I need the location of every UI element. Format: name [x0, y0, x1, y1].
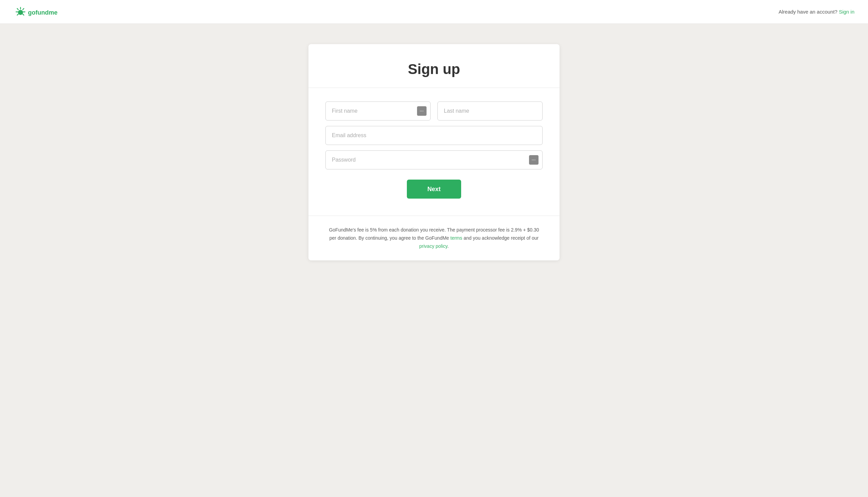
period: . — [448, 243, 449, 249]
sign-in-link[interactable]: Sign in — [839, 9, 854, 15]
svg-line-4 — [23, 14, 24, 15]
email-group — [326, 126, 542, 145]
card-body: Next — [308, 88, 560, 216]
password-group — [326, 151, 542, 169]
first-name-icon — [417, 106, 426, 116]
svg-line-7 — [17, 14, 18, 15]
logo-container: gofundme — [14, 4, 69, 19]
existing-account-text: Already have an account? — [779, 9, 837, 15]
svg-text:gofundme: gofundme — [28, 9, 58, 16]
name-row — [326, 101, 542, 120]
footer-text: GoFundMe's fee is 5% from each donation … — [326, 226, 542, 250]
first-name-input[interactable] — [326, 101, 431, 120]
password-toggle-icon[interactable] — [529, 155, 538, 165]
email-row — [326, 126, 542, 145]
password-input[interactable] — [326, 151, 542, 169]
next-button[interactable]: Next — [407, 180, 461, 199]
gofundme-logo: gofundme — [14, 4, 69, 19]
last-name-input[interactable] — [437, 101, 542, 120]
terms-link[interactable]: terms — [450, 235, 462, 241]
svg-point-0 — [18, 10, 23, 15]
email-input[interactable] — [326, 126, 542, 145]
password-row — [326, 151, 542, 169]
and-text-content: and you acknowledge receipt of our — [464, 235, 538, 241]
page-title: Sign up — [322, 61, 546, 77]
svg-line-5 — [17, 9, 18, 10]
signup-card: Sign up — [308, 44, 560, 260]
signup-form: Next — [326, 101, 542, 199]
privacy-policy-link[interactable]: privacy policy — [419, 243, 448, 249]
card-header: Sign up — [308, 44, 560, 88]
main-content: Sign up — [0, 24, 868, 497]
first-name-group — [326, 101, 431, 120]
header-right: Already have an account? Sign in — [779, 9, 855, 15]
last-name-group — [437, 101, 542, 120]
svg-line-2 — [23, 9, 24, 10]
site-header: gofundme Already have an account? Sign i… — [0, 0, 868, 24]
card-footer: GoFundMe's fee is 5% from each donation … — [308, 216, 560, 260]
